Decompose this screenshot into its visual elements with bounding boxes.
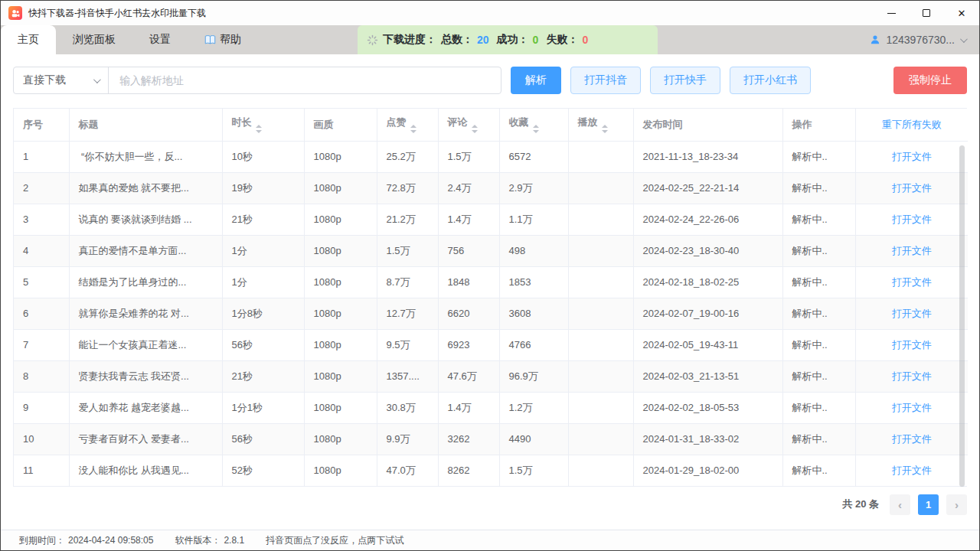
maximize-button[interactable] xyxy=(909,1,944,25)
cell-comments: 6620 xyxy=(438,298,499,329)
open-file-link[interactable]: 打开文件 xyxy=(892,245,932,256)
column-header-likes[interactable]: 点赞 xyxy=(377,109,438,141)
cell-action: 解析中.. xyxy=(782,172,855,204)
parse-input-group: 直接下载 xyxy=(13,67,501,94)
cell-quality: 1080p xyxy=(304,455,377,486)
close-button[interactable]: ✕ xyxy=(944,1,979,25)
download-mode-select[interactable]: 直接下载 xyxy=(14,67,109,93)
software-version-value: 2.8.1 xyxy=(224,535,244,546)
user-account-dropdown[interactable]: 1243976730... xyxy=(870,25,979,54)
table-row: 6就算你是朵难养的花 对...1分8秒1080p12.7万66203608202… xyxy=(14,298,968,329)
open-file-link[interactable]: 打开文件 xyxy=(892,182,932,194)
open-file-link[interactable]: 打开文件 xyxy=(892,151,932,162)
sort-carets-icon[interactable] xyxy=(410,125,416,133)
open-file-link[interactable]: 打开文件 xyxy=(892,276,932,288)
cell-quality: 1080p xyxy=(304,298,377,329)
progress-label: 下载进度： xyxy=(383,33,436,47)
force-stop-button[interactable]: 强制停止 xyxy=(893,67,967,94)
tab-browse-panel[interactable]: 浏览面板 xyxy=(56,25,132,54)
redownload-all-failed-link[interactable]: 重下所有失败 xyxy=(855,109,968,141)
next-page-button[interactable]: › xyxy=(946,494,967,515)
cell-plays xyxy=(568,141,633,172)
column-header-comments[interactable]: 评论 xyxy=(438,109,499,141)
open-file-link[interactable]: 打开文件 xyxy=(892,214,932,225)
cell-action: 解析中.. xyxy=(782,266,855,298)
cell-open_file: 打开文件 xyxy=(855,455,968,486)
cell-duration: 56秒 xyxy=(222,423,304,455)
column-header-duration[interactable]: 时长 xyxy=(222,109,304,141)
parse-button[interactable]: 解析 xyxy=(511,67,561,94)
cell-action: 解析中.. xyxy=(782,298,855,329)
tab-settings[interactable]: 设置 xyxy=(132,25,188,54)
page-number-button[interactable]: 1 xyxy=(918,494,939,515)
open-xiaohongshu-button[interactable]: 打开小红书 xyxy=(730,67,811,94)
chevron-down-icon xyxy=(960,35,968,43)
table-row: 11没人能和你比 从我遇见...52秒1080p47.0万82621.5万202… xyxy=(14,455,968,486)
open-file-link[interactable]: 打开文件 xyxy=(892,308,932,319)
column-header-label: 时长 xyxy=(232,116,252,128)
open-file-link[interactable]: 打开文件 xyxy=(892,339,932,350)
table-row: 2如果真的爱她 就不要把...19秒1080p72.8万2.4万2.9万2024… xyxy=(14,172,968,204)
column-header-favorites[interactable]: 收藏 xyxy=(499,109,568,141)
progress-fail-value: 0 xyxy=(582,34,588,46)
sort-carets-icon[interactable] xyxy=(533,125,539,133)
minimize-button[interactable] xyxy=(874,1,909,25)
table-scrollbar[interactable] xyxy=(959,145,965,487)
cell-plays xyxy=(568,266,633,298)
cell-likes: 21.2万 xyxy=(377,204,438,235)
progress-total-label: 总数： xyxy=(441,33,473,47)
column-header-plays[interactable]: 播放 xyxy=(568,109,633,141)
cell-comments: 1.4万 xyxy=(438,392,499,423)
cell-open_file: 打开文件 xyxy=(855,360,968,392)
table-row: 7能让一个女孩真正着迷...56秒1080p9.5万692347662024-0… xyxy=(14,329,968,360)
cell-open_file: 打开文件 xyxy=(855,204,968,235)
parse-url-input[interactable] xyxy=(109,67,501,93)
open-file-link[interactable]: 打开文件 xyxy=(892,433,932,445)
prev-page-button[interactable]: ‹ xyxy=(890,494,910,515)
table-row: 1 “你不妨大胆一些，反...10秒1080p25.2万1.5万65722021… xyxy=(14,141,968,172)
sort-carets-icon[interactable] xyxy=(256,125,262,133)
chevron-down-icon xyxy=(93,76,101,83)
open-file-link[interactable]: 打开文件 xyxy=(892,402,932,413)
tab-home[interactable]: 主页 xyxy=(1,25,56,54)
open-file-link[interactable]: 打开文件 xyxy=(892,465,932,476)
sort-carets-icon[interactable] xyxy=(602,125,608,133)
cell-comments: 6923 xyxy=(438,329,499,360)
column-header-label: 操作 xyxy=(792,119,812,130)
cell-index: 3 xyxy=(14,204,69,235)
cell-title: 说真的 要谈就谈到结婚 ... xyxy=(69,204,222,235)
cell-publish: 2024-01-29_18-02-00 xyxy=(633,455,782,486)
software-version-label: 软件版本： xyxy=(175,534,220,547)
close-icon: ✕ xyxy=(958,8,966,19)
cell-likes: 9.9万 xyxy=(377,423,438,455)
cell-open_file: 打开文件 xyxy=(855,235,968,266)
progress-total-value: 20 xyxy=(477,34,489,46)
cell-index: 8 xyxy=(14,360,69,392)
open-kuaishou-button[interactable]: 打开快手 xyxy=(650,67,720,94)
titlebar: 快抖下载器-抖音快手小红书去水印批量下载 ✕ xyxy=(1,1,979,25)
status-tip: 抖音页面点了没反应，点两下试试 xyxy=(266,534,403,547)
cell-open_file: 打开文件 xyxy=(855,266,968,298)
cell-title: 贤妻扶我青云志 我还贤... xyxy=(69,360,222,392)
open-file-link[interactable]: 打开文件 xyxy=(892,370,932,382)
download-mode-value: 直接下载 xyxy=(23,73,66,87)
toolbar: 直接下载 解析 打开抖音 打开快手 打开小红书 强制停止 xyxy=(13,67,967,94)
window-controls: ✕ xyxy=(874,1,979,25)
column-header-label: 评论 xyxy=(448,116,468,128)
tab-settings-label: 设置 xyxy=(149,33,171,47)
column-header-label: 收藏 xyxy=(509,116,529,128)
cell-plays xyxy=(568,172,633,204)
open-douyin-button[interactable]: 打开抖音 xyxy=(570,67,641,94)
cell-plays xyxy=(568,298,633,329)
column-header-index: 序号 xyxy=(14,109,69,141)
cell-index: 2 xyxy=(14,172,69,204)
window-title: 快抖下载器-抖音快手小红书去水印批量下载 xyxy=(28,7,206,20)
sort-carets-icon[interactable] xyxy=(472,125,478,133)
cell-likes: 47.0万 xyxy=(377,455,438,486)
tab-help[interactable]: 帮助 xyxy=(188,25,258,54)
cell-publish: 2024-02-05_19-43-11 xyxy=(633,329,782,360)
table-row: 3说真的 要谈就谈到结婚 ...21秒1080p21.2万1.4万1.1万202… xyxy=(14,204,968,235)
cell-action: 解析中.. xyxy=(782,392,855,423)
cell-title: 如果真的爱她 就不要把... xyxy=(69,172,222,204)
cell-comments: 1.4万 xyxy=(438,204,499,235)
